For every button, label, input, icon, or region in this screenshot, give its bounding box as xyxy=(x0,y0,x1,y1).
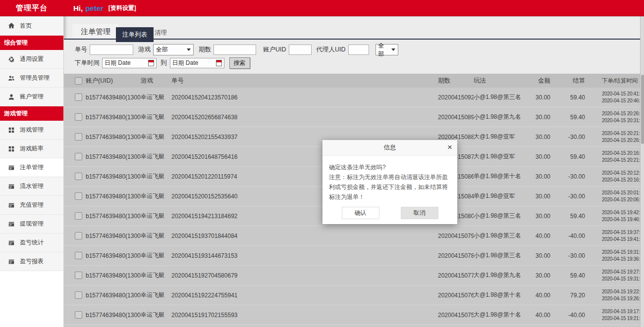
row-checkbox[interactable] xyxy=(75,252,82,259)
cancel-button[interactable]: 取消 xyxy=(401,207,438,219)
sidebar-item-label: 首页 xyxy=(20,22,32,30)
cell-time: 2020-04-15 20:41:2 2020-04-15 20:46:2 xyxy=(585,88,640,107)
doc-icon xyxy=(8,202,15,209)
cell-play: 单@1.98@亚军 xyxy=(474,192,526,200)
sidebar-item-flow-management[interactable]: 流水管理 xyxy=(0,177,63,196)
cell-play: 大@1.98@第十名 xyxy=(474,311,526,319)
select-all-checkbox[interactable] xyxy=(75,77,82,85)
col-header-play: 玩法 xyxy=(474,77,526,85)
cell-settle: 59.40 xyxy=(550,153,585,160)
cell-settle: -30.00 xyxy=(550,173,585,180)
settle-time: 2020-04-15 19:21:1 xyxy=(602,315,640,322)
settle-time: 2020-04-15 20:31:2 xyxy=(602,117,640,124)
sidebar-item-label: 管理员管理 xyxy=(20,74,50,82)
row-checkbox[interactable] xyxy=(75,173,82,180)
cell-game: 幸运飞艇 xyxy=(141,232,171,240)
account-uid-input[interactable] xyxy=(289,45,312,55)
cell-amount: 40.00 xyxy=(526,312,550,319)
date-from-input[interactable]: 日期 Date xyxy=(102,58,157,68)
date-placeholder: 日期 Date xyxy=(172,59,199,67)
cell-period: 20200415076 xyxy=(438,292,474,299)
status-select[interactable]: 全部 xyxy=(376,44,398,55)
cell-time: 2020-04-15 19:37:0 2020-04-15 19:41:1 xyxy=(585,226,640,245)
calendar-icon[interactable] xyxy=(148,60,154,66)
cell-amount: 30.00 xyxy=(526,173,550,180)
cell-settle: -40.00 xyxy=(550,312,585,319)
tab-bet-order-list[interactable]: 注单列表 xyxy=(116,27,154,42)
sidebar-item-withdraw-management[interactable]: 提现管理 xyxy=(0,215,63,234)
cell-time: 2020-04-15 19:22:2 2020-04-15 19:26:1 xyxy=(585,285,640,305)
row-checkbox[interactable] xyxy=(75,93,82,101)
cell-account: b15774639480(1300) xyxy=(86,173,141,180)
dialog-buttons: 确认 取消 xyxy=(322,207,457,219)
order-time: 2020-04-15 20:12:2 xyxy=(602,170,640,177)
cell-game: 幸运飞艇 xyxy=(141,192,171,200)
sidebar-item-general-settings[interactable]: 通用设置 xyxy=(0,50,63,69)
calendar-icon[interactable] xyxy=(216,60,222,66)
cell-order-no: 20200415193701844084 xyxy=(171,233,438,239)
cell-settle: -40.00 xyxy=(550,233,585,239)
row-checkbox[interactable] xyxy=(75,153,82,160)
settle-time: 2020-04-15 20:16:2 xyxy=(602,177,640,184)
row-checkbox[interactable] xyxy=(75,113,82,121)
row-checkbox[interactable] xyxy=(75,212,82,220)
row-checkbox[interactable] xyxy=(75,133,82,140)
dialog-title-bar: 信息 × xyxy=(322,140,457,156)
order-time: 2020-04-15 19:37:0 xyxy=(602,229,640,236)
row-checkbox[interactable] xyxy=(75,291,82,299)
profile-settings-link[interactable]: [资料设置] xyxy=(108,4,136,12)
close-icon[interactable]: × xyxy=(447,142,452,152)
vertical-scrollbar[interactable] xyxy=(640,16,644,327)
cell-account: b15774639480(1300) xyxy=(86,272,141,279)
cell-game: 幸运飞艇 xyxy=(141,212,171,220)
search-button[interactable]: 搜索 xyxy=(229,57,250,69)
sidebar-item-profit-report[interactable]: 盈亏报表 xyxy=(0,252,63,271)
sidebar-item-profit-statistics[interactable]: 盈亏统计 xyxy=(0,234,63,252)
top-bar: 管理平台 Hi, peter [资料设置] xyxy=(0,0,644,16)
period-input[interactable] xyxy=(214,45,256,55)
cell-amount: 40.00 xyxy=(526,233,550,239)
sidebar-section-games: 游戏管理 xyxy=(0,106,63,121)
table-row: b15774639480(1300) 幸运飞艇 2020041519370184… xyxy=(64,226,640,246)
sidebar-item-recharge-management[interactable]: 充值管理 xyxy=(0,196,63,215)
agent-uid-input[interactable] xyxy=(348,45,369,55)
row-checkbox[interactable] xyxy=(75,311,82,319)
sidebar-item-account-management[interactable]: 账户管理 xyxy=(0,88,63,106)
sidebar: 首页 综合管理 通用设置 管理员管理 账户管理 游戏管理 游戏管理 游戏赔率 注… xyxy=(0,16,64,327)
settle-time: 2020-04-15 20:46:2 xyxy=(602,97,640,104)
settle-time: 2020-04-15 19:41:1 xyxy=(602,236,640,243)
doc-icon xyxy=(8,183,15,190)
sidebar-section-label: 综合管理 xyxy=(4,39,28,47)
cell-amount: 30.00 xyxy=(526,134,550,140)
settle-time: 2020-04-15 20:06:2 xyxy=(602,196,640,203)
sidebar-item-bet-order-management[interactable]: 注单管理 xyxy=(0,158,63,177)
sidebar-item-game-odds[interactable]: 游戏赔率 xyxy=(0,140,63,158)
row-checkbox[interactable] xyxy=(75,232,82,239)
date-to-input[interactable]: 日期 Date xyxy=(170,58,224,68)
cell-game: 幸运飞艇 xyxy=(141,113,171,121)
order-time: 2020-04-15 20:26:5 xyxy=(602,110,640,117)
cell-play: 大@1.98@第十名 xyxy=(474,291,526,299)
agent-uid-label: 代理人UID xyxy=(317,46,346,54)
cell-amount: 40.00 xyxy=(526,292,550,299)
sidebar-item-label: 账户管理 xyxy=(20,93,44,101)
confirm-button[interactable]: 确认 xyxy=(342,207,379,219)
scrollbar-thumb[interactable] xyxy=(641,75,644,144)
cell-order-no: 20200415202155433937 xyxy=(171,134,438,140)
table-row: b15774639480(1300) 幸运飞艇 2020041519270458… xyxy=(64,266,640,285)
cell-settle: 59.40 xyxy=(550,213,585,220)
row-checkbox[interactable] xyxy=(75,192,82,200)
cell-order-no: 20200415192224755941 xyxy=(171,292,438,299)
settle-time: 2020-04-15 19:26:1 xyxy=(602,295,640,302)
sidebar-item-game-management[interactable]: 游戏管理 xyxy=(0,121,63,140)
sidebar-item-home[interactable]: 首页 xyxy=(0,16,63,36)
cell-play: 大@1.98@第九名 xyxy=(474,271,526,280)
row-checkbox[interactable] xyxy=(75,272,82,279)
game-select[interactable]: 全部 xyxy=(153,44,194,55)
sidebar-item-admin-management[interactable]: 管理员管理 xyxy=(0,69,63,88)
page-title-tab: 注单管理 xyxy=(72,24,119,39)
cell-account: b15774639480(1300) xyxy=(86,153,141,160)
cell-settle: 59.40 xyxy=(550,272,585,279)
order-no-input[interactable] xyxy=(90,45,133,55)
cell-amount: 30.00 xyxy=(526,153,550,160)
